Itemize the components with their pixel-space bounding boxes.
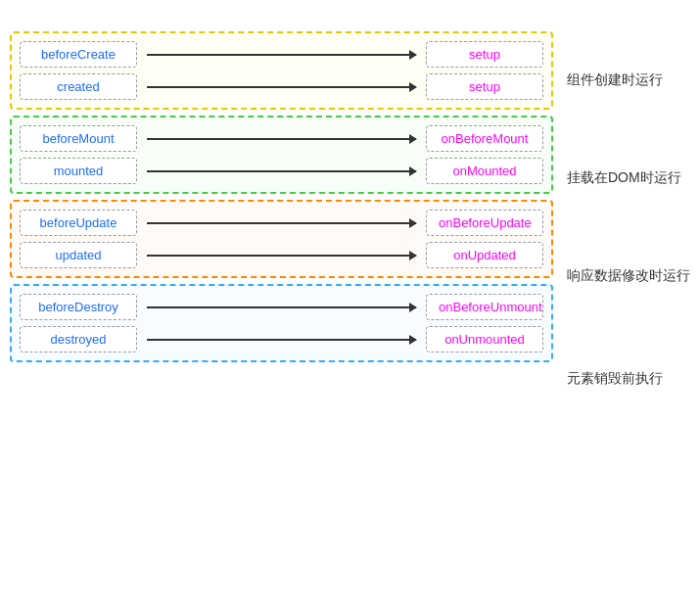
labels-area: 组件创建时运行挂载在DOM时运行响应数据修改时运行元素销毁前执行 <box>553 31 690 433</box>
lifecycle-group-orange: beforeUpdateonBeforeUpdateupdatedonUpdat… <box>10 200 553 278</box>
vue2-hook-yellow-1: created <box>20 73 137 100</box>
group-label-text: 组件创建时运行 <box>567 71 663 89</box>
lifecycle-row: destroyedonUnmounted <box>20 326 543 352</box>
arrow-icon <box>147 170 416 172</box>
arrow-container <box>137 138 426 140</box>
lifecycle-group-blue: beforeDestroyonBeforeUnmountdestroyedonU… <box>10 284 553 362</box>
group-label-yellow: 组件创建时运行 <box>567 31 690 129</box>
vue2-hook-green-0: beforeMount <box>20 125 137 152</box>
lifecycle-row: createdsetup <box>20 73 543 100</box>
arrow-container <box>137 86 426 88</box>
group-label-blue: 元素销毁前执行 <box>567 325 690 433</box>
arrow-icon <box>147 222 416 224</box>
lifecycle-group-green: beforeMountonBeforeMountmountedonMounted <box>10 116 553 194</box>
arrow-container <box>137 170 426 172</box>
group-label-text: 挂载在DOM时运行 <box>567 169 681 187</box>
vue3-hook-yellow-0: setup <box>426 41 543 68</box>
vue2-hook-orange-0: beforeUpdate <box>20 210 137 236</box>
vue3-hook-blue-0: onBeforeUnmount <box>426 294 543 320</box>
group-label-orange: 响应数据修改时运行 <box>567 227 690 325</box>
vue2-hook-blue-0: beforeDestroy <box>20 294 137 320</box>
arrow-container <box>137 255 426 257</box>
lifecycle-row: updatedonUpdated <box>20 242 543 268</box>
vue2-hook-blue-1: destroyed <box>20 326 137 352</box>
arrow-icon <box>147 138 416 140</box>
vue2-hook-orange-1: updated <box>20 242 137 268</box>
main-container: beforeCreatesetupcreatedsetupbeforeMount… <box>10 31 690 433</box>
diagram-area: beforeCreatesetupcreatedsetupbeforeMount… <box>10 31 553 362</box>
vue3-hook-green-0: onBeforeMount <box>426 125 543 152</box>
group-label-green: 挂载在DOM时运行 <box>567 129 690 227</box>
arrow-icon <box>147 86 416 88</box>
arrow-container <box>137 54 426 56</box>
lifecycle-row: beforeMountonBeforeMount <box>20 125 543 152</box>
arrow-icon <box>147 306 416 308</box>
lifecycle-row: beforeDestroyonBeforeUnmount <box>20 294 543 320</box>
lifecycle-row: beforeUpdateonBeforeUpdate <box>20 210 543 236</box>
arrow-container <box>137 306 426 308</box>
arrow-icon <box>147 255 416 257</box>
vue3-hook-orange-0: onBeforeUpdate <box>426 210 543 236</box>
vue2-hook-green-1: mounted <box>20 158 137 184</box>
vue3-hook-blue-1: onUnmounted <box>426 326 543 352</box>
group-label-text: 响应数据修改时运行 <box>567 267 690 285</box>
arrow-icon <box>147 54 416 56</box>
vue3-hook-orange-1: onUpdated <box>426 242 543 268</box>
lifecycle-row: mountedonMounted <box>20 158 543 184</box>
lifecycle-group-yellow: beforeCreatesetupcreatedsetup <box>10 31 553 110</box>
vue3-hook-green-1: onMounted <box>426 158 543 184</box>
arrow-container <box>137 339 426 341</box>
arrow-icon <box>147 339 416 341</box>
lifecycle-row: beforeCreatesetup <box>20 41 543 68</box>
arrow-container <box>137 222 426 224</box>
vue3-hook-yellow-1: setup <box>426 73 543 100</box>
vue2-hook-yellow-0: beforeCreate <box>20 41 137 68</box>
group-label-text: 元素销毁前执行 <box>567 370 663 388</box>
